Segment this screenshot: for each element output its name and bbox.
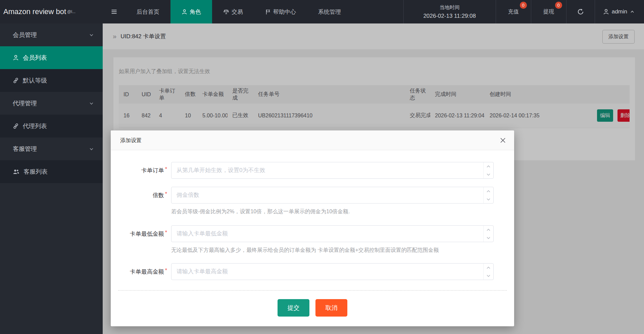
field-input-wrap bbox=[171, 187, 494, 204]
field-label-text: 倍数 bbox=[153, 192, 164, 199]
sidebar-item-default-level[interactable]: 默认等级 bbox=[0, 69, 103, 92]
max-amount-input[interactable] bbox=[171, 263, 494, 280]
modal-buttons: 提交 取消 bbox=[111, 299, 514, 317]
min-amount-help-text: 无论最低及下方最高输入多少，最终展示给会员的订单金额为 卡单设置的金额+交易控制… bbox=[171, 247, 494, 254]
sidebar-group-agent-management[interactable]: 代理管理 bbox=[0, 92, 103, 115]
nav-item-trade[interactable]: 交易 bbox=[212, 0, 254, 23]
card-order-input[interactable] bbox=[171, 162, 494, 179]
chevron-down-icon bbox=[487, 173, 490, 176]
sidebar-item-agent-list[interactable]: 代理列表 bbox=[0, 115, 103, 137]
form-row-min-amount: 卡单最低金额* bbox=[111, 225, 494, 242]
multiplier-help-text: 若会员等级-佣金比例为2%，设置10倍，那么这一单展示的佣金为10倍金额. bbox=[171, 208, 494, 215]
refresh-button[interactable] bbox=[566, 0, 595, 23]
number-spinner bbox=[483, 264, 493, 280]
number-spinner bbox=[483, 187, 493, 203]
nav-item-label: 帮助中心 bbox=[273, 8, 296, 16]
spinner-up-button[interactable] bbox=[484, 264, 493, 272]
modal-close-button[interactable] bbox=[500, 137, 506, 144]
chevron-up-icon bbox=[487, 165, 490, 168]
link-icon bbox=[13, 77, 19, 84]
spinner-down-button[interactable] bbox=[484, 234, 493, 242]
recharge-button[interactable]: 充值 0 bbox=[496, 0, 531, 23]
flag-icon bbox=[265, 9, 271, 15]
field-input-wrap bbox=[171, 225, 494, 242]
withdraw-label: 提现 bbox=[543, 8, 554, 15]
spinner-up-button[interactable] bbox=[484, 187, 493, 195]
add-setting-modal: 添加设置 卡单订单* 倍数* 若会员等级-佣金比例为2%，设置10倍 bbox=[111, 130, 514, 326]
close-icon bbox=[500, 137, 506, 144]
field-label: 卡单订单* bbox=[111, 167, 167, 174]
multiplier-input[interactable] bbox=[171, 187, 494, 204]
app-logo-text: Amazon review bot bbox=[3, 7, 66, 16]
sidebar-group-label: 会员管理 bbox=[13, 31, 37, 39]
scales-icon bbox=[223, 9, 229, 15]
chevron-down-icon bbox=[89, 147, 94, 152]
sidebar-item-label: 默认等级 bbox=[23, 76, 47, 85]
chevron-up-icon bbox=[630, 9, 635, 14]
field-label-text: 卡单最高金额 bbox=[130, 269, 164, 275]
local-time-label: 当地时间 bbox=[440, 4, 460, 11]
submit-button[interactable]: 提交 bbox=[278, 299, 309, 317]
modal-title: 添加设置 bbox=[111, 130, 514, 150]
withdraw-button[interactable]: 提现 0 bbox=[531, 0, 566, 23]
nav-item-roles[interactable]: 角色 bbox=[170, 0, 212, 23]
sidebar: 会员管理 会员列表 默认等级 代理管理 代理列表 客服管理 客服列表 bbox=[0, 23, 103, 334]
topbar: Amazon review bot@l... 后台首页 角色 交易 帮助中心 系… bbox=[0, 0, 644, 23]
nav-item-label: 角色 bbox=[190, 8, 201, 16]
required-mark: * bbox=[165, 166, 167, 172]
sidebar-group-service-management[interactable]: 客服管理 bbox=[0, 137, 103, 160]
number-spinner bbox=[483, 226, 493, 242]
field-label-text: 卡单订单 bbox=[141, 167, 164, 174]
spinner-down-button[interactable] bbox=[484, 170, 493, 178]
sidebar-group-label: 代理管理 bbox=[13, 99, 37, 107]
chevron-down-icon bbox=[89, 101, 94, 106]
chevron-down-icon bbox=[487, 237, 490, 239]
sidebar-item-label: 代理列表 bbox=[23, 122, 47, 130]
recharge-label: 充值 bbox=[508, 8, 519, 15]
modal-header: 添加设置 bbox=[111, 130, 514, 150]
hamburger-icon bbox=[111, 8, 117, 15]
sidebar-group-member-management[interactable]: 会员管理 bbox=[0, 23, 103, 46]
people-icon bbox=[13, 169, 19, 175]
local-time-block: 当地时间 2026-02-13 11:29:08 bbox=[403, 0, 496, 23]
cancel-button[interactable]: 取消 bbox=[315, 299, 347, 317]
sidebar-item-label: 客服列表 bbox=[23, 168, 48, 176]
required-mark: * bbox=[165, 191, 167, 197]
field-label-text: 卡单最低金额 bbox=[130, 231, 164, 237]
required-mark: * bbox=[165, 230, 167, 235]
form-row-multiplier: 倍数* bbox=[111, 187, 494, 204]
spinner-up-button[interactable] bbox=[484, 226, 493, 234]
sidebar-item-member-list[interactable]: 会员列表 bbox=[0, 46, 103, 69]
person-icon bbox=[603, 9, 609, 15]
field-label: 卡单最低金额* bbox=[111, 230, 167, 238]
sidebar-item-service-list[interactable]: 客服列表 bbox=[0, 160, 103, 183]
min-amount-input[interactable] bbox=[171, 225, 494, 242]
withdraw-badge: 0 bbox=[555, 2, 562, 9]
number-spinner bbox=[483, 162, 493, 178]
form-row-card-order: 卡单订单* bbox=[111, 162, 494, 179]
chevron-down-icon bbox=[487, 198, 490, 201]
sidebar-item-label: 会员列表 bbox=[23, 54, 47, 62]
username: admin bbox=[612, 8, 627, 15]
nav-item-label: 后台首页 bbox=[137, 8, 159, 16]
app-logo-suffix: @l... bbox=[67, 9, 76, 14]
person-icon bbox=[182, 9, 187, 15]
spinner-down-button[interactable] bbox=[484, 195, 493, 203]
main-nav: 后台首页 角色 交易 帮助中心 系统管理 bbox=[126, 0, 352, 23]
spinner-down-button[interactable] bbox=[484, 272, 493, 280]
nav-item-system[interactable]: 系统管理 bbox=[307, 0, 352, 23]
nav-item-dashboard[interactable]: 后台首页 bbox=[126, 0, 170, 23]
chevron-down-icon bbox=[487, 275, 490, 277]
field-input-wrap bbox=[171, 162, 494, 179]
field-input-wrap bbox=[171, 263, 494, 280]
person-icon bbox=[13, 55, 19, 61]
topbar-right: 当地时间 2026-02-13 11:29:08 充值 0 提现 0 admin bbox=[403, 0, 644, 23]
spinner-up-button[interactable] bbox=[484, 162, 493, 170]
field-label: 卡单最高金额* bbox=[111, 268, 167, 276]
user-menu[interactable]: admin bbox=[595, 0, 644, 23]
chevron-up-icon bbox=[487, 190, 490, 192]
modal-divider bbox=[118, 290, 507, 291]
nav-item-help-center[interactable]: 帮助中心 bbox=[254, 0, 307, 23]
chevron-down-icon bbox=[89, 33, 94, 38]
sidebar-fold-button[interactable] bbox=[103, 0, 126, 23]
